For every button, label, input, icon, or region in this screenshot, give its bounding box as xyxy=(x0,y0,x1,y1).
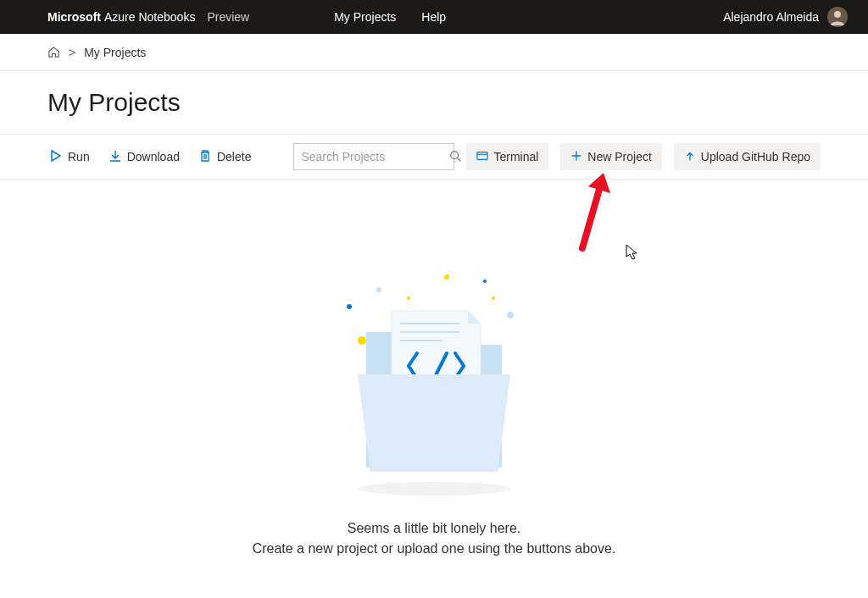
terminal-button[interactable]: Terminal xyxy=(466,143,548,170)
upload-repo-button[interactable]: Upload GitHub Repo xyxy=(674,143,821,170)
brand-rest: Azure Notebooks xyxy=(104,10,195,24)
folder-illustration-icon xyxy=(315,264,553,501)
trash-icon xyxy=(198,149,212,165)
toolbar: Run Download Delete Terminal New xyxy=(0,135,868,180)
search-box[interactable] xyxy=(293,143,454,170)
svg-point-4 xyxy=(347,304,352,309)
search-icon xyxy=(449,150,461,164)
svg-point-7 xyxy=(358,336,366,345)
avatar xyxy=(827,7,848,27)
svg-point-9 xyxy=(444,274,449,280)
nav-help[interactable]: Help xyxy=(421,10,446,24)
svg-point-8 xyxy=(407,296,410,300)
download-button[interactable]: Download xyxy=(107,146,181,169)
download-icon xyxy=(108,149,122,165)
plus-icon xyxy=(570,150,582,164)
empty-state: Seems a little bit lonely here. Create a… xyxy=(0,180,868,559)
brand[interactable]: Microsoft Azure Notebooks Preview xyxy=(47,10,249,24)
page-header: My Projects xyxy=(0,71,868,135)
svg-rect-3 xyxy=(477,152,487,159)
breadcrumb: > My Projects xyxy=(0,34,868,71)
toolbar-left: Run Download Delete xyxy=(47,146,253,169)
run-button[interactable]: Run xyxy=(47,146,92,169)
empty-text: Seems a little bit lonely here. Create a… xyxy=(253,518,616,559)
svg-point-5 xyxy=(483,280,487,283)
play-icon xyxy=(49,149,63,165)
search-input[interactable] xyxy=(301,150,449,163)
svg-point-10 xyxy=(492,296,495,300)
user-name: Alejandro Almeida xyxy=(723,10,819,24)
terminal-icon xyxy=(476,150,488,164)
svg-point-11 xyxy=(376,287,381,292)
nav-links: My Projects Help xyxy=(334,10,446,24)
empty-line2: Create a new project or upload one using… xyxy=(253,539,616,559)
breadcrumb-separator: > xyxy=(69,46,75,59)
delete-button[interactable]: Delete xyxy=(197,146,253,169)
svg-point-6 xyxy=(507,312,514,318)
svg-point-2 xyxy=(451,151,459,158)
upload-repo-label: Upload GitHub Repo xyxy=(701,150,810,163)
empty-line1: Seems a little bit lonely here. xyxy=(253,518,616,539)
run-label: Run xyxy=(68,150,90,163)
user-area[interactable]: Alejandro Almeida xyxy=(723,7,848,27)
new-project-label: New Project xyxy=(587,150,651,163)
svg-point-15 xyxy=(358,482,510,496)
brand-preview: Preview xyxy=(207,10,249,24)
terminal-label: Terminal xyxy=(493,150,538,163)
upload-icon xyxy=(684,150,696,164)
svg-point-1 xyxy=(834,11,841,18)
download-label: Download xyxy=(127,150,180,163)
nav-my-projects[interactable]: My Projects xyxy=(334,10,396,24)
delete-label: Delete xyxy=(217,150,251,163)
new-project-button[interactable]: New Project xyxy=(560,143,661,170)
brand-bold: Microsoft xyxy=(47,10,101,24)
home-icon[interactable] xyxy=(47,46,60,58)
top-header: Microsoft Azure Notebooks Preview My Pro… xyxy=(0,0,868,34)
breadcrumb-current[interactable]: My Projects xyxy=(84,46,146,59)
page-title: My Projects xyxy=(47,88,868,117)
